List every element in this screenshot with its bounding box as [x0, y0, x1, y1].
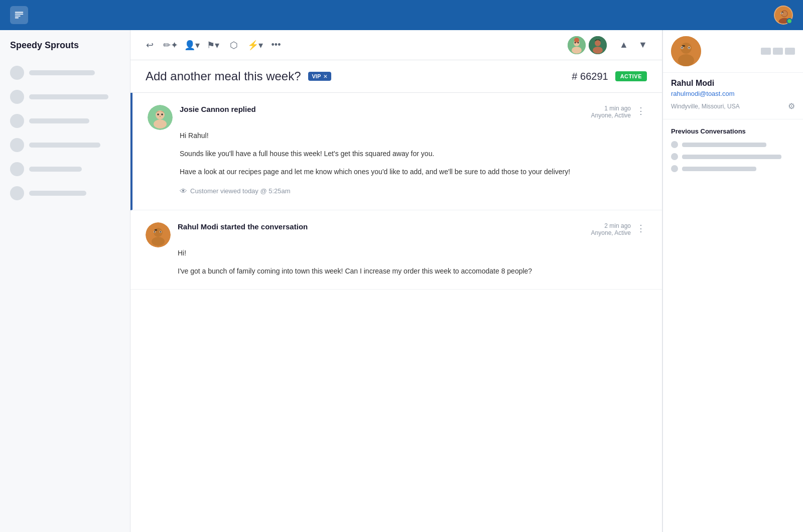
message-meta-row: Rahul Modi started the conversation 2 mi…	[178, 222, 647, 236]
navigation-buttons: ▲ ▼	[615, 36, 652, 54]
settings-icon[interactable]: ⚙	[788, 101, 795, 111]
logo[interactable]	[10, 6, 28, 24]
flag-button[interactable]: ⚑▾	[204, 36, 222, 54]
right-panel-top	[663, 30, 803, 73]
sidebar-title: Speedy Sprouts	[8, 40, 122, 51]
sidebar-line	[29, 94, 108, 99]
prev-conv-line	[682, 155, 781, 159]
sidebar-dot	[10, 114, 24, 128]
svg-point-3	[781, 11, 787, 17]
user-avatar-container[interactable]	[774, 6, 793, 25]
svg-point-21	[160, 116, 161, 117]
message-block: Josie Cannon replied 1 min ago Anyone, A…	[130, 93, 662, 210]
sidebar-item[interactable]	[8, 109, 122, 133]
layout-btn-2[interactable]	[773, 48, 783, 55]
message-time-row: 1 min ago Anyone, Active ⋮	[591, 105, 647, 119]
layout-btn-3[interactable]	[785, 48, 795, 55]
prev-conv-item[interactable]	[671, 165, 795, 172]
layout-toggle-buttons	[761, 48, 795, 55]
sidebar-item[interactable]	[8, 61, 122, 85]
messages-area: Josie Cannon replied 1 min ago Anyone, A…	[130, 93, 662, 532]
top-bar	[0, 0, 803, 30]
msg-avatar-image	[146, 222, 171, 247]
assigned-avatars	[568, 36, 607, 54]
viewed-text: Customer viewed today @ 5:25am	[190, 186, 291, 197]
svg-point-12	[578, 42, 579, 43]
message-meta: Rahul Modi started the conversation 2 mi…	[171, 222, 647, 236]
previous-conversations-section: Previous Conversations	[663, 119, 803, 185]
nav-down-button[interactable]: ▼	[634, 36, 652, 54]
back-button[interactable]: ↩	[141, 36, 159, 54]
contact-location-row: Windyville, Missouri, USA ⚙	[671, 101, 795, 111]
message-text: I've got a bunch of family coming into t…	[178, 265, 647, 278]
message-sender: Rahul Modi started the conversation	[178, 222, 308, 231]
svg-point-11	[575, 42, 576, 43]
assignee-avatar-1[interactable]	[568, 36, 586, 54]
sidebar-dot	[10, 186, 24, 200]
message-more-button[interactable]: ⋮	[635, 105, 647, 117]
tag-button[interactable]: ⬡	[225, 36, 243, 54]
message-meta-row: Josie Cannon replied 1 min ago Anyone, A…	[180, 105, 647, 119]
svg-point-37	[689, 47, 690, 49]
svg-point-19	[157, 113, 159, 115]
prev-conv-item[interactable]	[671, 153, 795, 160]
conversation-title: Add another meal this week?	[146, 69, 301, 83]
right-panel: Rahul Modi rahulmodi@toast.com Windyvill…	[662, 30, 803, 532]
message-header-row: Josie Cannon replied 1 min ago Anyone, A…	[148, 105, 647, 130]
contact-avatar-image	[671, 36, 701, 66]
message-text: Sounds like you'll have a full house thi…	[180, 148, 647, 160]
center-area: ↩ ✏✦ 👤▾ ⚑▾ ⬡ ⚡▾ •••	[130, 30, 662, 532]
svg-point-20	[161, 113, 163, 115]
message-sender: Josie Cannon replied	[180, 105, 256, 113]
assignee-2-image	[589, 36, 607, 54]
sidebar-dot	[10, 90, 24, 104]
sidebar-item[interactable]	[8, 133, 122, 157]
prev-conv-line	[682, 143, 766, 147]
sidebar: Speedy Sprouts	[0, 30, 130, 532]
assign-button[interactable]: 👤▾	[183, 36, 201, 54]
main-layout: Speedy Sprouts ↩ ✏✦ 👤▾ ⚑▾ ⬡ ⚡▾ •••	[0, 30, 803, 532]
message-avatar	[146, 222, 171, 247]
message-time-block: 2 min ago Anyone, Active	[591, 222, 631, 236]
sidebar-line	[29, 70, 95, 75]
message-text: Have a look at our recipes page and let …	[180, 166, 647, 178]
message-block: Rahul Modi started the conversation 2 mi…	[130, 210, 662, 290]
vip-remove-button[interactable]: ✕	[323, 74, 327, 79]
toolbar: ↩ ✏✦ 👤▾ ⚑▾ ⬡ ⚡▾ •••	[130, 30, 662, 60]
logo-icon	[14, 10, 25, 21]
svg-point-15	[593, 47, 603, 54]
message-more-button[interactable]: ⋮	[635, 222, 647, 234]
eye-icon: 👁	[180, 185, 187, 198]
message-time: 1 min ago	[591, 105, 631, 112]
contact-location: Windyville, Missouri, USA	[671, 103, 740, 110]
assignee-avatar-2[interactable]	[589, 36, 607, 54]
vip-label: VIP	[312, 73, 321, 79]
svg-point-29	[160, 231, 161, 232]
edit-plus-button[interactable]: ✏✦	[162, 36, 180, 54]
sidebar-item[interactable]	[8, 85, 122, 109]
layout-btn-1[interactable]	[761, 48, 771, 55]
sidebar-line	[29, 143, 100, 148]
contact-avatar	[671, 36, 701, 66]
conversation-number: # 66291	[572, 71, 608, 82]
prev-conv-dot	[671, 141, 678, 148]
prev-conv-dot	[671, 165, 678, 172]
sidebar-item[interactable]	[8, 157, 122, 181]
svg-point-24	[152, 237, 165, 246]
message-time: 2 min ago	[591, 222, 631, 229]
message-audience: Anyone, Active	[591, 229, 631, 236]
more-button[interactable]: •••	[267, 36, 285, 54]
message-avatar	[148, 105, 173, 130]
nav-up-button[interactable]: ▲	[615, 36, 633, 54]
assignee-1-image	[568, 36, 586, 54]
svg-point-6	[781, 13, 782, 14]
contact-email[interactable]: rahulmodi@toast.com	[671, 90, 795, 97]
contact-name: Rahul Modi	[671, 79, 795, 88]
svg-point-32	[678, 54, 694, 66]
lightning-button[interactable]: ⚡▾	[246, 36, 264, 54]
prev-conv-item[interactable]	[671, 141, 795, 148]
svg-rect-25	[155, 229, 157, 231]
sidebar-line	[29, 167, 82, 172]
sidebar-line	[29, 191, 86, 196]
sidebar-item[interactable]	[8, 181, 122, 205]
